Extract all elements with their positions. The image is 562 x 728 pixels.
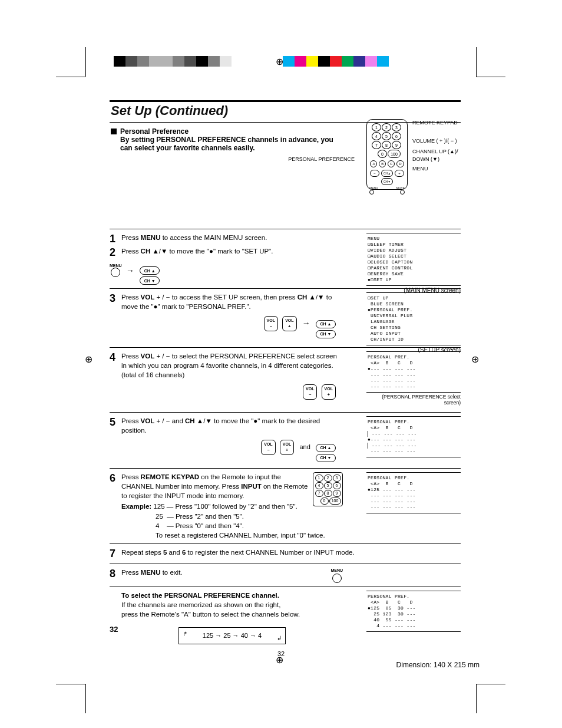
vol-minus-button: VOL− — [264, 316, 278, 331]
vol-plus-button: VOL+ — [280, 440, 294, 455]
step-1-2: 1 Press MENU to access the MAIN MENU scr… — [110, 229, 461, 288]
vol-plus-button: VOL+ — [322, 384, 336, 400]
control-illustration: VOL− VOL+ and CH ▲ CH ▼ — [121, 440, 343, 462]
ch-down-button: CH ▼ — [140, 276, 160, 285]
osd-pp-memorized: PERSONAL PREF. <A> B C D ●125 85 30 --- … — [366, 591, 461, 632]
steps-list: 1 Press MENU to access the MAIN MENU scr… — [110, 229, 461, 651]
channel-cycle-box: ↱ 125 → 25 → 40 → 4 ↲ — [178, 627, 286, 644]
step-number: 2 — [110, 246, 121, 259]
step-body: Press MENU to access the MAIN MENU scree… — [121, 233, 279, 245]
menu-button-icon — [332, 574, 342, 583]
osd-setup: ⊡SET UP BLUE SCREEN ●PERSONAL PREF. UNIV… — [366, 292, 461, 353]
arrow-right-icon: → — [126, 266, 134, 275]
page-number: 32 — [110, 625, 118, 634]
keypad-2: 2 — [382, 123, 391, 131]
ch-up-button: CH ▲ — [316, 320, 336, 328]
osd-pp-entered: PERSONAL PREF. <A> B C D ●125 --- --- --… — [366, 472, 461, 513]
page-content: Set Up (Continued) Personal Preference B… — [110, 100, 461, 651]
step-3: 3 Press VOL + / − to access the SET UP s… — [110, 288, 461, 347]
step-number: 3 — [110, 292, 121, 344]
osd-main-menu: MENU ⊡SLEEP TIMER ⊡VIDEO ADJUST ⊡AUDIO S… — [366, 233, 461, 294]
vol-plus-button: VOL+ — [282, 316, 296, 331]
step-number: 8 — [110, 568, 121, 583]
vol-minus-button: VOL− — [261, 440, 275, 455]
osd-pp-position: PERSONAL PREF. <A> B C D --- --- --- ---… — [366, 416, 461, 457]
step-number: 5 — [110, 416, 121, 465]
intro-text: Personal Preference By setting PERSONAL … — [120, 127, 344, 152]
control-illustration: MENU → CH ▲ CH ▼ — [110, 263, 279, 285]
registration-mark-icon: ⊕ — [85, 354, 92, 365]
step-4: 4 Press VOL + / − to select the PERSONAL… — [110, 347, 461, 412]
select-channel-section: To select the PERSONAL PREFERENCE channe… — [110, 587, 461, 651]
menu-button-icon — [111, 268, 120, 277]
step-body: Press CH ▲/▼ to move the "●" mark to "SE… — [121, 246, 279, 259]
section-title: Set Up (Continued) — [111, 103, 228, 118]
registration-mark-icon: ⊕ — [471, 354, 479, 365]
keypad-6: 6 — [392, 132, 401, 140]
remote-outline: 123 456 789 0100 ABCD − CH▲ + CH▼ MENUMU… — [366, 119, 408, 190]
remote-diagram: 123 456 789 0100 ABCD − CH▲ + CH▼ MENUMU… — [361, 119, 461, 190]
footer-page-number: 32 — [0, 650, 562, 657]
keypad-100: 100 — [388, 150, 401, 158]
step-body: Press MENU to exit. MENU — [121, 568, 461, 583]
keypad-1: 1 — [372, 123, 381, 131]
step-number: 6 — [110, 472, 121, 540]
osd-pp-select: PERSONAL PREF. <A> B C D ●--- --- --- --… — [366, 351, 461, 406]
registration-mark-icon: ⊕ — [276, 56, 283, 67]
vol-minus-button: VOL− — [303, 384, 317, 400]
keypad-0: 0 — [378, 150, 387, 158]
keypad-4: 4 — [372, 132, 381, 140]
keypad-7: 7 — [372, 141, 381, 149]
page-dimension: Dimension: 140 X 215 mm — [396, 661, 480, 669]
arrow-right-icon: → — [302, 318, 310, 328]
keypad-diagram: 123 456 789 0100 — [313, 472, 343, 506]
keypad-8: 8 — [382, 141, 391, 149]
step-number: 1 — [110, 233, 121, 245]
step-8: 8 Press MENU to exit. MENU — [110, 564, 461, 587]
control-illustration: VOL− VOL+ → CH ▲ CH ▼ — [121, 316, 343, 338]
remote-callout-labels: REMOTE KEYPAD VOLUME ( + )/( − ) CHANNEL… — [412, 119, 459, 173]
ch-down-button: CH ▼ — [316, 330, 336, 338]
step-number: 7 — [110, 548, 121, 560]
keypad-9: 9 — [392, 141, 401, 149]
step-body: Repeat steps 5 and 6 to register the nex… — [121, 548, 461, 560]
intro-heading: Personal Preference — [120, 127, 189, 136]
step-7: 7 Repeat steps 5 and 6 to register the n… — [110, 543, 461, 564]
step-5: 5 Press VOL + / − and CH ▲/▼ to move the… — [110, 412, 461, 468]
ch-up-button: CH ▲ — [140, 266, 160, 275]
ch-up-button: CH ▲ — [316, 444, 336, 452]
keypad-3: 3 — [392, 123, 401, 131]
ch-down-button: CH ▼ — [316, 454, 336, 462]
step-6: 6 123 456 789 0100 Press REMOTE KEYPAD o… — [110, 468, 461, 543]
keypad-5: 5 — [382, 132, 391, 140]
manual-page: ⊕ ⊕ ⊕ ⊕ Set Up (Continued) Personal Pref… — [0, 0, 562, 728]
bullet-square-icon — [111, 129, 117, 134]
select-heading: To select the PERSONAL PREFERENCE channe… — [121, 592, 279, 599]
callout-personal-preference: PERSONAL PREFERENCE — [288, 156, 355, 162]
control-illustration: VOL− VOL+ — [121, 384, 343, 400]
step-number: 4 — [110, 351, 121, 409]
example-block: Example: 125 — Press "100" followed by "… — [121, 502, 343, 539]
